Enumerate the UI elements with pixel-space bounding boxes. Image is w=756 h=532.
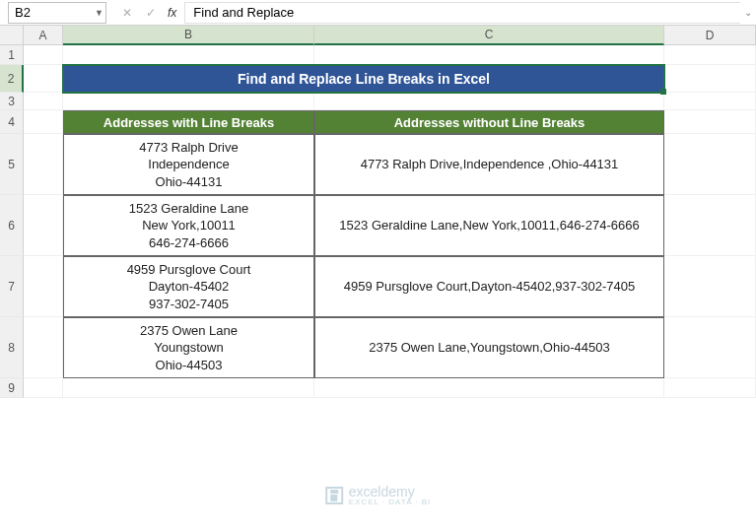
fx-icon[interactable]: fx: [168, 6, 176, 20]
row-header-1[interactable]: 1: [0, 45, 24, 65]
cell-a7[interactable]: [24, 256, 63, 317]
cell-b3[interactable]: [63, 93, 314, 110]
cell-a4[interactable]: [24, 110, 63, 134]
col-header-b[interactable]: B: [63, 26, 314, 45]
select-all-corner[interactable]: [0, 26, 24, 45]
col-header-c[interactable]: C: [314, 26, 664, 45]
cell-d8[interactable]: [664, 317, 756, 378]
cell-a2[interactable]: [24, 65, 63, 93]
watermark: exceldemy EXCEL · DATA · BI: [325, 484, 432, 506]
cell-d7[interactable]: [664, 256, 756, 317]
expand-formula-bar-icon[interactable]: ⌄: [740, 7, 756, 18]
cell-d3[interactable]: [664, 93, 756, 110]
cell-d1[interactable]: [664, 45, 756, 65]
cell-c7[interactable]: 4959 Pursglove Court,Dayton-45402,937-30…: [314, 256, 664, 317]
cell-b8[interactable]: 2375 Owen Lane Youngstown Ohio-44503: [63, 317, 314, 378]
row-header-6[interactable]: 6: [0, 195, 24, 256]
name-box[interactable]: B2 ▼: [8, 2, 106, 24]
formula-bar-area: B2 ▼ ✕ ✓ fx Find and Replace ⌄: [0, 0, 756, 26]
cell-a8[interactable]: [24, 317, 63, 378]
row-header-7[interactable]: 7: [0, 256, 24, 317]
table-header-without[interactable]: Addresses without Line Breaks: [314, 110, 664, 134]
cell-d6[interactable]: [664, 195, 756, 256]
cell-b1[interactable]: [63, 45, 314, 65]
formula-bar-value: Find and Replace: [193, 5, 294, 20]
cell-c9[interactable]: [314, 378, 664, 398]
row-header-2[interactable]: 2: [0, 65, 24, 93]
cell-a1[interactable]: [24, 45, 63, 65]
row-header-8[interactable]: 8: [0, 317, 24, 378]
cell-c8[interactable]: 2375 Owen Lane,Youngstown,Ohio-44503: [314, 317, 664, 378]
cell-c6[interactable]: 1523 Geraldine Lane,New York,10011,646-2…: [314, 195, 664, 256]
name-box-value: B2: [15, 5, 31, 20]
col-header-d[interactable]: D: [664, 26, 756, 45]
formula-bar-input[interactable]: Find and Replace: [184, 2, 740, 24]
row-header-3[interactable]: 3: [0, 93, 24, 110]
cell-a5[interactable]: [24, 134, 63, 195]
table-header-with[interactable]: Addresses with Line Breaks: [63, 110, 314, 134]
cell-a6[interactable]: [24, 195, 63, 256]
row-header-9[interactable]: 9: [0, 378, 24, 398]
watermark-sub: EXCEL · DATA · BI: [349, 498, 432, 506]
exceldemy-logo-icon: [325, 487, 343, 504]
cell-b9[interactable]: [63, 378, 314, 398]
chevron-down-icon[interactable]: ▼: [95, 8, 103, 18]
watermark-text: exceldemy EXCEL · DATA · BI: [349, 484, 432, 506]
cell-d5[interactable]: [664, 134, 756, 195]
spreadsheet-grid: A B C D 1 2 Find and Replace Line Breaks…: [0, 26, 756, 398]
row-header-4[interactable]: 4: [0, 110, 24, 134]
cell-c3[interactable]: [314, 93, 664, 110]
formula-buttons: ✕ ✓: [116, 3, 162, 23]
title-cell[interactable]: Find and Replace Line Breaks in Excel: [63, 65, 664, 93]
cell-d4[interactable]: [664, 110, 756, 134]
page-title: Find and Replace Line Breaks in Excel: [238, 71, 490, 87]
col-header-a[interactable]: A: [24, 26, 63, 45]
cell-a3[interactable]: [24, 93, 63, 110]
cell-c5[interactable]: 4773 Ralph Drive,Independence ,Ohio-4413…: [314, 134, 664, 195]
cell-d9[interactable]: [664, 378, 756, 398]
row-header-5[interactable]: 5: [0, 134, 24, 195]
cell-a9[interactable]: [24, 378, 63, 398]
cell-b5[interactable]: 4773 Ralph Drive Independence Ohio-44131: [63, 134, 314, 195]
cell-b6[interactable]: 1523 Geraldine Lane New York,10011 646-2…: [63, 195, 314, 256]
cancel-icon[interactable]: ✕: [116, 3, 138, 23]
cell-c1[interactable]: [314, 45, 664, 65]
enter-icon[interactable]: ✓: [140, 3, 162, 23]
cell-b7[interactable]: 4959 Pursglove Court Dayton-45402 937-30…: [63, 256, 314, 317]
cell-d2[interactable]: [664, 65, 756, 93]
